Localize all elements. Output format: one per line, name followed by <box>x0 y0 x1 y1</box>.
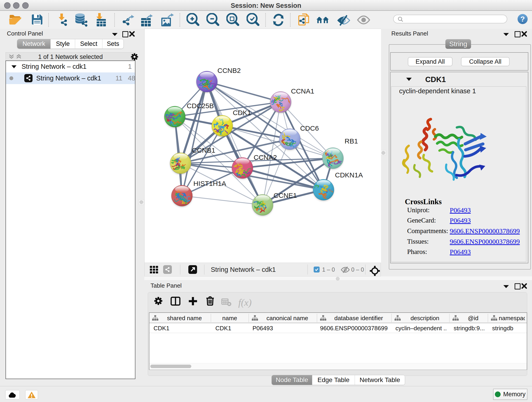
svg-text:CDK1: CDK1 <box>233 109 251 116</box>
svg-text:RB1: RB1 <box>345 137 358 145</box>
svg-text:CDC25B: CDC25B <box>187 102 214 109</box>
svg-text:CCNE1: CCNE1 <box>273 191 297 199</box>
svg-text:CCNB2: CCNB2 <box>217 67 241 74</box>
svg-text:CDKN1A: CDKN1A <box>335 171 363 179</box>
svg-text:CCNA2: CCNA2 <box>254 153 277 161</box>
svg-text:HIST1H1A: HIST1H1A <box>193 180 226 187</box>
svg-text:CCNB1: CCNB1 <box>192 147 215 154</box>
svg-text:CCNA1: CCNA1 <box>291 87 314 95</box>
svg-text:CDC6: CDC6 <box>300 124 319 132</box>
